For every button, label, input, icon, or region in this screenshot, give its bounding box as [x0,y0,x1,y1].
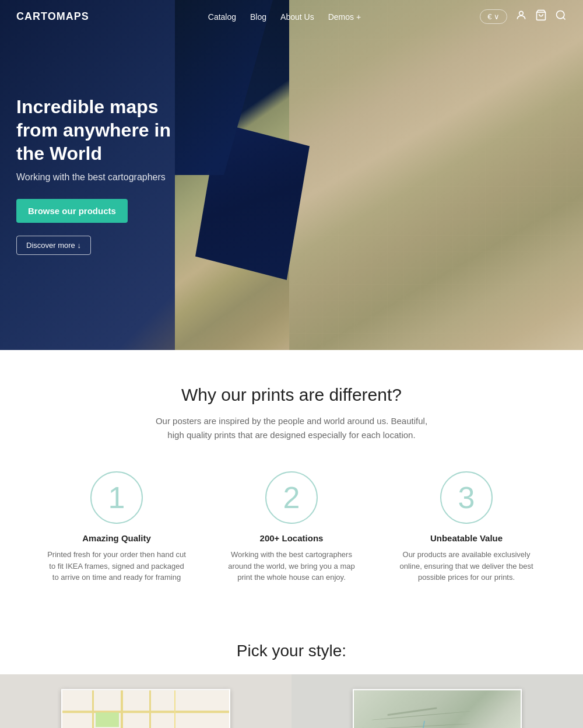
hero-content: Incredible maps from anywhere in the Wor… [16,95,203,255]
feature-2-text: Working with the best cartographers arou… [222,549,361,583]
why-section: Why our prints are different? Our poster… [0,350,583,618]
feature-1-title: Amazing Quality [47,533,187,543]
style-section: Pick your style: [0,618,583,729]
nav-right: € ∨ [480,9,567,24]
search-icon[interactable] [555,9,567,24]
feature-2: 2 200+ Locations Working with the best c… [222,471,361,583]
currency-selector[interactable]: € ∨ [480,9,507,24]
navigation: CARTOMAPS Catalog Blog About Us Demos + … [0,0,583,33]
svg-point-0 [519,11,524,15]
nav-blog[interactable]: Blog [250,12,266,22]
why-title: Why our prints are different? [23,385,560,405]
nav-demos[interactable]: Demos + [328,12,361,22]
feature-3: 3 Unbeatable Value Our products are avai… [396,471,536,583]
feature-3-title: Unbeatable Value [396,533,536,543]
nav-links: Catalog Blog About Us Demos + [208,12,361,22]
brand-logo[interactable]: CARTOMAPS [16,10,89,23]
nav-about[interactable]: About Us [280,12,314,22]
hero-title: Incredible maps from anywhere in the Wor… [16,95,203,165]
hero-section: Incredible maps from anywhere in the Wor… [0,0,583,350]
feature-1-text: Printed fresh for your order then hand c… [47,549,187,583]
street-maps-card[interactable]: Street Maps [0,674,292,729]
terrain-maps-card[interactable]: Terrain Maps [292,674,583,729]
features-row: 1 Amazing Quality Printed fresh for your… [23,471,560,583]
browse-products-button[interactable]: Browse our products [16,199,128,223]
feature-2-title: 200+ Locations [222,533,361,543]
feature-3-text: Our products are available exclusively o… [396,549,536,583]
cart-icon[interactable] [535,9,547,24]
feature-2-number: 2 [265,471,318,524]
feature-1: 1 Amazing Quality Printed fresh for your… [47,471,187,583]
svg-line-3 [563,18,566,20]
style-grid: Street Maps [0,674,583,729]
account-icon[interactable] [515,9,527,24]
feature-1-number: 1 [90,471,143,524]
hero-subtitle: Working with the best cartographers [16,172,203,183]
style-title: Pick your style: [0,642,583,660]
discover-more-button[interactable]: Discover more ↓ [16,236,91,255]
nav-catalog[interactable]: Catalog [208,12,236,22]
why-description: Our posters are inspired by the people a… [152,414,431,442]
svg-point-2 [557,11,564,19]
feature-3-number: 3 [440,471,493,524]
